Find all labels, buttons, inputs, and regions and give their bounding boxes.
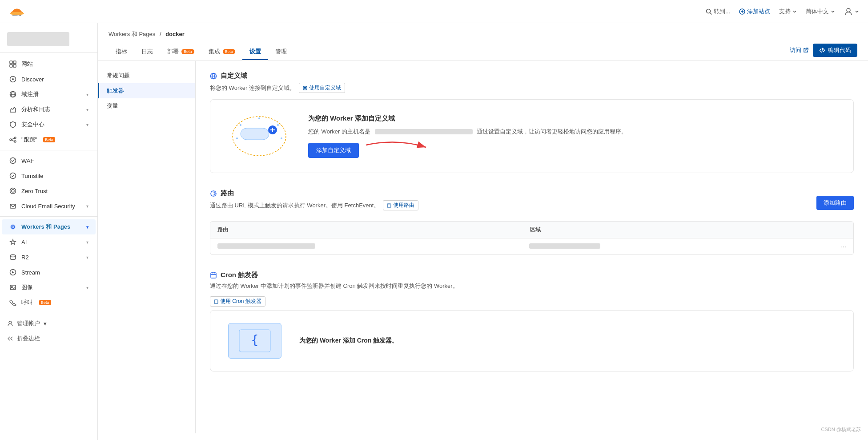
table-row: ··· [210, 238, 853, 254]
svg-point-21 [14, 141, 16, 142]
custom-domain-link[interactable]: 使用自定义域 [299, 83, 345, 93]
svg-rect-54 [211, 273, 216, 278]
sidebar-item-ai[interactable]: AI ▾ [2, 234, 96, 250]
tabs-row: 指标 日志 部署 Beta 集成 Beta 设置 [108, 44, 857, 61]
domain-card-desc: 您的 Worker 的主机名是 通过设置自定义域，让访问者更轻松地访问您的应用程… [308, 127, 627, 136]
routes-section-icon [210, 190, 217, 197]
settings-sidebar: 常规问题 触发器 变量 [98, 61, 196, 433]
beta-badge: Beta [43, 137, 55, 142]
sidebar-item-turnstile[interactable]: Turnstile [2, 168, 96, 183]
tab-logs[interactable]: 日志 [134, 44, 160, 60]
add-route-button[interactable]: 添加路由 [816, 196, 854, 210]
language-button[interactable]: 简体中文 [806, 8, 835, 16]
routes-table: 路由 区域 ··· [210, 221, 854, 255]
svg-rect-42 [241, 128, 269, 140]
tab-metrics[interactable]: 指标 [108, 44, 134, 60]
integrations-beta-badge: Beta [223, 49, 236, 54]
domain-section-icon [210, 73, 217, 80]
sidebar-item-analytics[interactable]: 分析和日志 ▾ [2, 102, 96, 117]
support-button[interactable]: 支持 [779, 8, 797, 16]
chevron-icon: ▾ [86, 225, 88, 230]
svg-point-20 [14, 137, 16, 139]
zone-blur [529, 243, 600, 249]
tab-integrations[interactable]: 集成 Beta [201, 44, 243, 60]
svg-point-36 [9, 321, 12, 324]
chevron-icon: ▾ [86, 240, 88, 245]
sidebar-manage-account[interactable]: 管理帐户 ▾ [0, 316, 97, 331]
chevron-icon: ▾ [86, 285, 88, 290]
turnstile-icon [9, 172, 17, 180]
sidebar-collapse[interactable]: 折叠边栏 [0, 331, 97, 346]
table-cell-route [210, 239, 522, 254]
hostname-blur [375, 129, 473, 134]
tab-manage[interactable]: 管理 [268, 44, 294, 60]
sidebar-item-trace[interactable]: "跟踪" Beta [2, 132, 96, 147]
routes-section: 路由 通过路由 URL 模式上触发的请求执行 Worker。使用 FetchEv… [210, 189, 854, 255]
cron-link[interactable]: 使用 Cron 触发器 [210, 296, 265, 307]
custom-domain-desc: 将您的 Worker 连接到自定义域。 使用自定义域 [210, 83, 854, 93]
breadcrumb: Workers 和 Pages / docker [108, 30, 857, 38]
cron-desc: 通过在您的 Worker 中添加计划的事件监听器并创建 Cron 触发器来按时间… [210, 282, 854, 290]
routes-link[interactable]: 使用路由 [383, 200, 418, 210]
account-selector[interactable] [7, 32, 69, 46]
settings-menu-triggers[interactable]: 触发器 [98, 83, 195, 98]
svg-rect-28 [10, 204, 16, 208]
sidebar-item-zerotrust[interactable]: Zero Trust [2, 183, 96, 198]
user-button[interactable] [844, 7, 859, 16]
add-site-button[interactable]: 添加站点 [739, 8, 770, 16]
discover-icon [9, 75, 17, 83]
sidebar-item-workers[interactable]: Workers 和 Pages ▾ [2, 219, 96, 234]
edit-code-button[interactable]: 编辑代码 [813, 44, 857, 57]
svg-line-5 [710, 12, 712, 14]
table-header-zone: 区域 [523, 222, 836, 238]
domain-card-title: 为您的 Worker 添加自定义域 [308, 114, 627, 123]
main-layout: 网站 Discover 域注册 ▾ 分析和日志 ▾ 安全 [0, 23, 868, 440]
sidebar: 网站 Discover 域注册 ▾ 分析和日志 ▾ 安全 [0, 23, 98, 440]
sidebar-item-r2[interactable]: R2 ▾ [2, 250, 96, 265]
chevron-icon: ▾ [86, 204, 88, 209]
route-blur [217, 243, 315, 249]
watermark: CSDN @杨斌老苏 [821, 426, 861, 433]
sidebar-item-security[interactable]: 安全中心 ▾ [2, 117, 96, 132]
cron-title: Cron 触发器 [221, 271, 258, 279]
tab-settings[interactable]: 设置 [242, 44, 268, 60]
settings-menu-general[interactable]: 常规问题 [98, 68, 195, 83]
r2-icon [9, 253, 17, 261]
breadcrumb-parent[interactable]: Workers 和 Pages [108, 31, 155, 37]
add-custom-domain-button[interactable]: 添加自定义域 [308, 143, 359, 158]
red-arrow [362, 134, 433, 156]
cron-illustration-svg: { [237, 327, 273, 354]
visit-button[interactable]: 访问 [790, 46, 808, 54]
sidebar-item-discover[interactable]: Discover [2, 72, 96, 87]
search-button[interactable]: 转到... [706, 8, 730, 16]
sidebar-account [0, 28, 97, 53]
routes-section-header: 路由 [210, 189, 816, 198]
settings-menu-variables[interactable]: 变量 [98, 98, 195, 113]
svg-point-9 [847, 8, 850, 12]
globe-icon [9, 90, 17, 98]
custom-domain-card: 为您的 Worker 添加自定义域 您的 Worker 的主机名是 通过设置自定… [210, 99, 854, 173]
sidebar-item-waf[interactable]: WAF [2, 153, 96, 168]
sidebar-item-calls[interactable]: 呼叫 Beta [2, 295, 96, 310]
routes-title-area: 路由 通过路由 URL 模式上触发的请求执行 Worker。使用 FetchEv… [210, 189, 816, 217]
svg-line-22 [12, 138, 14, 140]
stream-icon [9, 268, 17, 276]
book-icon-3 [214, 299, 218, 304]
sidebar-item-domain[interactable]: 域注册 ▾ [2, 87, 96, 102]
cron-card-info: 为您的 Worker 添加 Cron 触发器。 [299, 337, 398, 345]
table-row-actions[interactable]: ··· [834, 238, 853, 254]
sidebar-item-cloudemail[interactable]: Cloud Email Security ▾ [2, 198, 96, 214]
sidebar-item-stream[interactable]: Stream [2, 265, 96, 280]
custom-domain-title: 自定义域 [221, 72, 247, 80]
topbar: CLOUDFLARE 转到... 添加站点 支持 简体中文 [0, 0, 868, 23]
sidebar-item-websites[interactable]: 网站 [2, 57, 96, 72]
tab-deploy[interactable]: 部署 Beta [160, 44, 201, 60]
svg-point-46 [281, 137, 282, 139]
svg-point-43 [240, 124, 241, 126]
sidebar-item-images[interactable]: 图像 ▾ [2, 280, 96, 295]
grid-icon [9, 60, 17, 68]
logo[interactable]: CLOUDFLARE [9, 5, 25, 18]
sidebar-divider-3 [0, 313, 97, 313]
content-area: Workers 和 Pages / docker 指标 日志 部署 Beta [98, 23, 868, 440]
images-icon [9, 283, 17, 291]
